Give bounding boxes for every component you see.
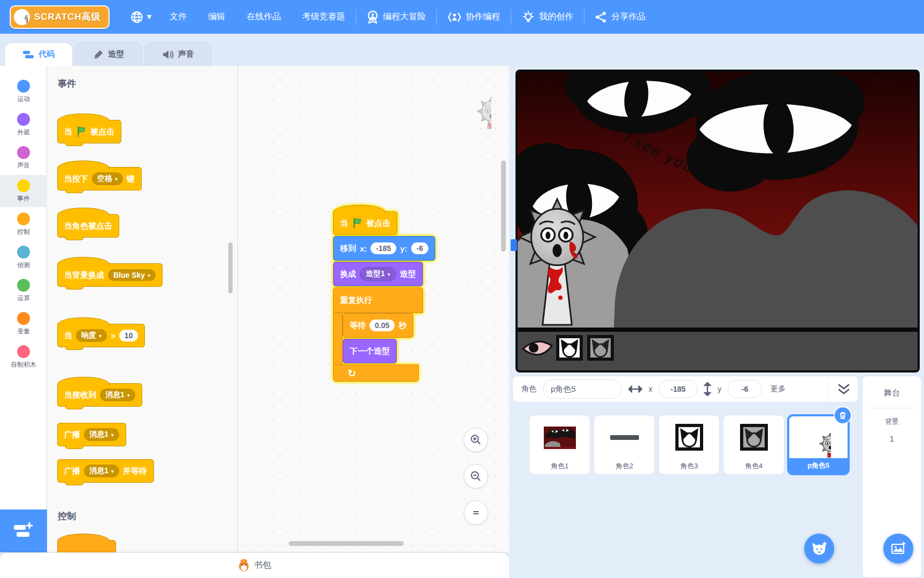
collapse-panel-button[interactable] (828, 376, 858, 402)
add-backdrop-button[interactable] (883, 534, 913, 564)
palette-block-when-flag-clicked[interactable]: 当 被点击 (57, 120, 121, 143)
sound-color-dot (17, 146, 30, 159)
menu-edit[interactable]: 编辑 (197, 0, 236, 34)
category-variables[interactable]: 变量 (0, 308, 47, 340)
panel-resize-handle[interactable] (511, 239, 517, 251)
collab-icon (448, 11, 461, 24)
loudness-dropdown[interactable]: 响度 (76, 329, 107, 342)
tab-sounds[interactable]: 声音 (144, 42, 212, 66)
brush-icon (93, 49, 104, 60)
repeat-footer[interactable]: ↻ (333, 364, 419, 382)
palette-block-broadcast[interactable]: 广播 消息1 (57, 423, 126, 446)
backpack-icon (238, 559, 250, 572)
x-label: x (649, 385, 652, 393)
palette-scrollbar[interactable] (228, 242, 233, 293)
tab-code[interactable]: 代码 (4, 42, 73, 66)
palette-block-when-sprite-clicked[interactable]: 当角色被点击 (57, 214, 119, 238)
palette-block-when-receive[interactable]: 当接收到 消息1 (57, 383, 142, 407)
category-events[interactable]: 事件 (0, 175, 47, 207)
sprite-card-3[interactable]: 角色3 (658, 415, 720, 475)
motion-color-dot (17, 80, 30, 93)
sprite-thumbnail (594, 419, 654, 456)
y-position-icon (704, 382, 711, 396)
palette-block-when-key-pressed[interactable]: 当按下 空格 键 (57, 167, 142, 191)
wait-seconds-input[interactable]: 0.05 (369, 320, 395, 331)
script-block-repeat-forever[interactable]: 重复执行 (333, 287, 423, 313)
category-motion[interactable]: 运动 (0, 75, 47, 108)
script-canvas[interactable]: 当 被点击 移到 x: -185 y: -6 换成 造型1 造型 重复执行 等待 (238, 66, 509, 552)
bulb-icon (522, 11, 535, 24)
message-dropdown[interactable]: 消息1 (100, 389, 135, 401)
category-looks[interactable]: 外观 (0, 109, 47, 141)
sprite-card-2[interactable]: 角色2 (594, 415, 655, 475)
x-position-input[interactable]: -185 (659, 380, 697, 398)
app-logo[interactable]: SCRATCH高级 (10, 5, 110, 29)
add-sprite-button[interactable] (804, 534, 834, 564)
globe-icon (130, 10, 144, 24)
y-input[interactable]: -6 (411, 242, 428, 254)
delete-sprite-button[interactable] (835, 407, 851, 423)
menu-exam-questions[interactable]: 考级竞赛题 (291, 0, 356, 34)
sprite-card-5-selected[interactable]: p角色5 (788, 415, 849, 475)
menu-collab-coding[interactable]: 协作编程 (437, 0, 511, 34)
sprite-thumbnail (789, 420, 848, 457)
add-backdrop-icon (891, 542, 906, 556)
palette-block-control-partial[interactable] (57, 540, 116, 552)
script-block-wait[interactable]: 等待 0.05 秒 (343, 313, 413, 338)
sprite-label: 角色 (521, 384, 536, 394)
palette-block-broadcast-and-wait[interactable]: 广播 消息1 并等待 (57, 459, 154, 483)
sprite-name: 角色4 (723, 461, 784, 471)
script-block-goto-xy[interactable]: 移到 x: -185 y: -6 (333, 236, 435, 261)
menu-coding-adventure[interactable]: 编程大冒险 (356, 0, 436, 34)
x-input[interactable]: -185 (371, 242, 396, 254)
scratch-editor: SCRATCH高级 ▼ 文件 编辑 在线作品 考级竞赛题 编程大冒险 (0, 0, 924, 578)
sprite-name: 角色1 (529, 461, 590, 471)
backpack-label: 书包 (254, 560, 271, 571)
category-sensing[interactable]: 侦测 (0, 241, 47, 273)
palette-block-when-backdrop-switches[interactable]: 当背景换成 Blue Sky (57, 263, 163, 287)
film-cat-icon-white (556, 335, 583, 361)
backdrop-dropdown[interactable]: Blue Sky (108, 269, 156, 281)
palette-block-when-greater-than[interactable]: 当 响度 > 10 (57, 324, 145, 347)
script-block-next-costume[interactable]: 下一个造型 (343, 339, 397, 363)
stage[interactable]: I see you (515, 70, 920, 372)
operators-color-dot (17, 279, 30, 292)
zoom-in-button[interactable] (464, 428, 488, 452)
category-control[interactable]: 控制 (0, 208, 47, 240)
zoom-out-button[interactable] (464, 464, 488, 489)
myblocks-color-dot (17, 345, 30, 358)
menu-my-creations[interactable]: 我的创作 (511, 0, 584, 34)
zoom-reset-button[interactable] (464, 500, 488, 525)
palette-section-events: 事件 (58, 78, 76, 90)
y-position-input[interactable]: -6 (728, 380, 762, 398)
repeat-spine (333, 313, 343, 364)
message-dropdown[interactable]: 消息1 (84, 428, 119, 441)
backpack-bar[interactable]: 书包 (0, 552, 509, 578)
sprite-card-1[interactable]: 角色1 (529, 415, 590, 475)
zoom-in-icon (469, 434, 482, 446)
threshold-input[interactable]: 10 (119, 330, 138, 341)
category-operators[interactable]: 运算 (0, 275, 47, 307)
key-dropdown[interactable]: 空格 (92, 172, 123, 185)
sprite-card-4[interactable]: 角色4 (723, 415, 784, 475)
menu-file[interactable]: 文件 (159, 0, 197, 34)
horizontal-scrollbar[interactable] (289, 541, 404, 546)
sprite-name-input[interactable] (543, 379, 622, 399)
tabstrip: 代码 造型 声音 (0, 34, 924, 66)
zoom-out-icon (469, 470, 482, 483)
vertical-scrollbar[interactable] (501, 161, 506, 252)
script-block-switch-costume[interactable]: 换成 造型1 造型 (333, 262, 423, 286)
message-dropdown[interactable]: 消息1 (84, 465, 119, 477)
language-menu[interactable]: ▼ (122, 0, 159, 34)
tab-costumes[interactable]: 造型 (75, 42, 142, 66)
script-block-when-flag-clicked[interactable]: 当 被点击 (333, 211, 397, 235)
category-sound[interactable]: 声音 (0, 142, 47, 174)
menu-online-works[interactable]: 在线作品 (236, 0, 291, 34)
logo-cat-icon (14, 9, 30, 25)
costume-dropdown[interactable]: 造型1 (360, 267, 396, 281)
category-myblocks[interactable]: 自制积木 (0, 341, 47, 373)
speaker-icon (162, 49, 174, 60)
more-button[interactable]: 更多 (771, 384, 786, 394)
add-extension-button[interactable] (0, 509, 47, 552)
menu-share-work[interactable]: 分享作品 (584, 0, 656, 34)
